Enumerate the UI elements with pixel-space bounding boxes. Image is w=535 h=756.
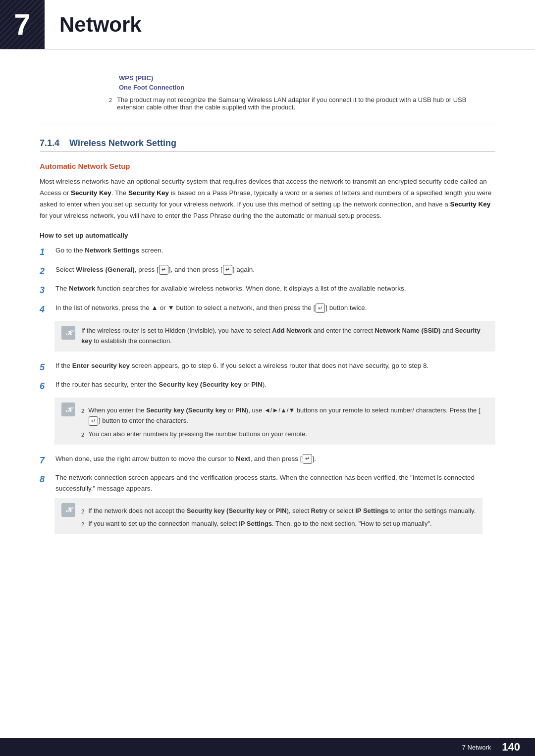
step-2-text: Select Wireless (General), press [↵], an…: [55, 264, 495, 275]
step-4-note: 𝒦 If the wireless router is set to Hidde…: [54, 321, 495, 352]
step-6: 6 If the router has security, enter the …: [40, 379, 495, 448]
step-3-num: 3: [40, 283, 55, 298]
step-1-num: 1: [40, 245, 55, 259]
step-3: 3 The Network function searches for avai…: [40, 283, 495, 298]
sub-bullet-3: 2: [81, 507, 84, 516]
note-icon-8: 𝒦: [61, 503, 75, 517]
sub-text-3: If the network does not accept the Secur…: [88, 506, 476, 516]
step-2-num: 2: [40, 264, 55, 279]
step-8-note-sub-1: 2 If the network does not accept the Sec…: [81, 506, 476, 516]
footer-chapter-label: 7 Network: [462, 744, 491, 751]
chapter-title: Network: [59, 13, 142, 37]
enter-key-icon-3: ↵: [316, 303, 325, 313]
section-number: 7.1.4: [40, 138, 59, 148]
note-icon-6: 𝒦: [61, 403, 75, 416]
sub-text-4: If you want to set up the connection man…: [88, 519, 432, 529]
step-5: 5 If the Enter security key screen appea…: [40, 360, 495, 375]
step-8-note: 𝒦 2 If the network does not accept the S…: [54, 498, 482, 535]
section-title: Wireless Network Setting: [69, 138, 176, 148]
page-header: 7 Network: [0, 0, 535, 50]
steps-list: 1 Go to the Network Settings screen. 2 S…: [40, 245, 495, 538]
subsection-heading: Automatic Network Setup: [40, 162, 495, 170]
sub-bullet-2: 2: [81, 431, 84, 440]
step-5-text: If the Enter security key screen appears…: [55, 360, 495, 371]
note-icon-4: 𝒦: [61, 326, 75, 340]
step-6-note-sub-1: 2 When you enter the Security key (Secur…: [81, 405, 488, 426]
step-1-text: Go to the Network Settings screen.: [55, 245, 495, 256]
step-1: 1 Go to the Network Settings screen.: [40, 245, 495, 259]
step-8-num: 8: [40, 472, 55, 487]
enter-key-icon-4: ↵: [89, 416, 98, 426]
step-3-text: The Network function searches for availa…: [55, 283, 495, 294]
body-paragraph: Most wireless networks have an optional …: [40, 176, 495, 222]
chapter-number-block: 7: [0, 0, 45, 50]
link-one-foot[interactable]: One Foot Connection: [119, 84, 495, 91]
step-8-text: The network connection screen appears an…: [55, 472, 495, 494]
chapter-number: 7: [14, 7, 30, 42]
page-footer: 7 Network 140: [0, 738, 535, 756]
step-4-text: In the list of networks, press the ▲ or …: [55, 302, 367, 313]
step-section-heading: How to set up automatically: [40, 232, 495, 239]
footer-page-number: 140: [502, 741, 520, 754]
step-6-note-content: 2 When you enter the Security key (Secur…: [81, 403, 488, 439]
step-7-num: 7: [40, 454, 55, 468]
step-6-note-sub-2: 2 You can also enter numbers by pressing…: [81, 429, 488, 440]
sub-bullet-4: 2: [81, 520, 84, 529]
step-6-note: 𝒦 2 When you enter the Security key (Sec…: [54, 398, 495, 444]
step-4: 4 In the list of networks, press the ▲ o…: [40, 302, 495, 355]
section-heading: 7.1.4 Wireless Network Setting: [40, 138, 495, 152]
step-2: 2 Select Wireless (General), press [↵], …: [40, 264, 495, 279]
enter-key-icon-5: ↵: [303, 454, 312, 464]
enter-key-icon: ↵: [159, 265, 168, 275]
step-8-note-content: 2 If the network does not accept the Sec…: [81, 503, 476, 530]
sub-bullet-1: 2: [81, 407, 84, 416]
enter-key-icon-2: ↵: [223, 265, 232, 275]
notice-text: The product may not recognize the Samsun…: [117, 96, 495, 111]
main-content: WPS (PBC) One Foot Connection 2 The prod…: [0, 50, 535, 743]
step-6-num: 6: [40, 379, 55, 394]
notice-item: 2 The product may not recognize the Sams…: [40, 96, 495, 111]
step-7-text: When done, use the right arrow button to…: [55, 454, 495, 464]
link-wps[interactable]: WPS (PBC): [119, 74, 495, 82]
step-4-num: 4: [40, 302, 55, 317]
step-4-note-content: If the wireless router is set to Hidden …: [81, 326, 488, 347]
step-5-num: 5: [40, 360, 55, 375]
sub-text-1: When you enter the Security key (Securit…: [88, 405, 488, 426]
notice-bullet: 2: [109, 97, 112, 103]
top-links: WPS (PBC) One Foot Connection: [40, 64, 495, 91]
sub-text-2: You can also enter numbers by pressing t…: [88, 429, 307, 440]
step-7: 7 When done, use the right arrow button …: [40, 454, 495, 468]
step-6-text: If the router has security, enter the Se…: [55, 379, 267, 390]
divider: [40, 123, 495, 123]
step-8: 8 The network connection screen appears …: [40, 472, 495, 538]
step-8-note-sub-2: 2 If you want to set up the connection m…: [81, 519, 476, 529]
